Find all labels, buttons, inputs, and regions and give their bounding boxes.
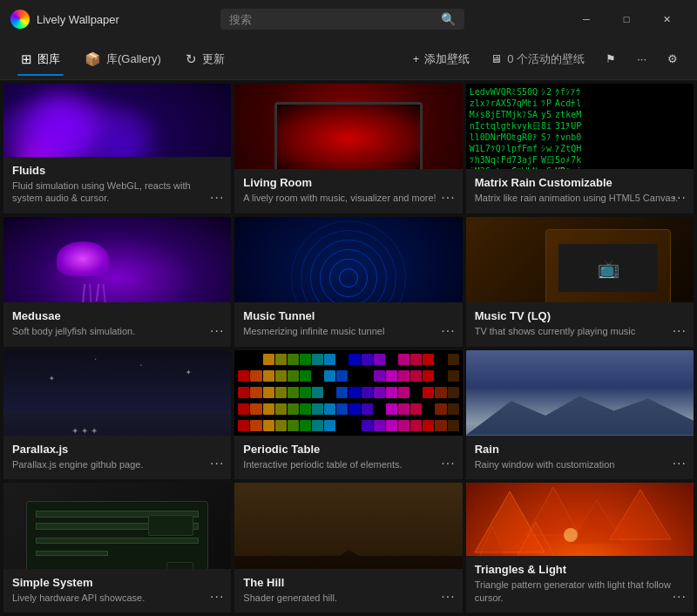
app-logo (10, 10, 30, 29)
card-info: Matrix Rain Customizable Matrix like rai… (466, 169, 694, 213)
card-desc: A lively room with music, visualizer and… (243, 192, 453, 204)
card-title: Matrix Rain Customizable (475, 176, 685, 189)
card-desc: TV that shows currently playing music (475, 325, 685, 337)
card-info: Music TV (LQ) TV that shows currently pl… (466, 302, 694, 346)
card-more-button[interactable]: ··· (441, 324, 455, 338)
card-info: Triangles & Light Triangle pattern gener… (466, 556, 694, 613)
card-info: Living Room A lively room with music, vi… (234, 169, 462, 213)
card-desc: Rainy window with customization (475, 458, 685, 470)
more-icon: ··· (637, 52, 646, 65)
card-desc: Fluid simulation using WebGL, reacts wit… (12, 179, 222, 205)
card-more-button[interactable]: ··· (673, 191, 687, 205)
card-title: Parallax.js (12, 443, 222, 456)
card-desc: Mesmerizing infinite music tunnel (243, 325, 453, 337)
card-title: Rain (475, 443, 685, 456)
card-info: Parallax.js Parallax.js engine github pa… (3, 436, 231, 479)
add-label: 添加壁纸 (424, 51, 470, 67)
library-label: 图库 (37, 51, 60, 67)
card-fluids[interactable]: Fluids Fluid simulation using WebGL, rea… (3, 84, 231, 213)
update-button[interactable]: ↻ 更新 (175, 46, 235, 72)
card-title: Simple System (12, 576, 222, 589)
gallery-label: 库(Gallery) (106, 51, 161, 67)
restore-button[interactable]: □ (606, 5, 646, 33)
window-controls: ─ □ ✕ (566, 5, 687, 33)
gallery-button[interactable]: 📦 库(Gallery) (74, 46, 172, 72)
more-button[interactable]: ··· (628, 47, 655, 71)
card-title: The Hill (243, 576, 453, 589)
app-title: Lively Wallpaper (37, 13, 119, 26)
active-count: 0 个活动的壁纸 (507, 51, 585, 67)
search-bar[interactable]: 🔍 (220, 9, 464, 30)
toolbar-right: + 添加壁纸 🖥 0 个活动的壁纸 ⚑ ··· ⚙ (404, 46, 687, 72)
flag-icon: ⚑ (606, 52, 616, 65)
card-more-button[interactable]: ··· (441, 457, 455, 470)
card-desc: Triangle pattern generator with light th… (475, 579, 685, 604)
card-medusae[interactable]: Medusae Soft body jellyfish simulation. … (3, 217, 231, 347)
add-icon: + (413, 52, 420, 65)
card-info: Music Tunnel Mesmerizing infinite music … (234, 302, 462, 346)
card-matrix[interactable]: LzMnlWﾂiV2elﾒIl1hMS9ydxsc0L333avﾌ8tD7NGﾒ… (466, 84, 694, 213)
flag-button[interactable]: ⚑ (597, 47, 625, 71)
card-more-button[interactable]: ··· (210, 324, 224, 338)
search-input[interactable] (229, 13, 436, 26)
toolbar: ⊞ 图库 📦 库(Gallery) ↻ 更新 + 添加壁纸 🖥 0 个活动的壁纸… (0, 38, 697, 80)
card-title: Medusae (12, 309, 222, 322)
card-desc: Lively hardware API showcase. (12, 592, 222, 604)
titlebar: Lively Wallpaper 🔍 ─ □ ✕ (0, 0, 697, 38)
card-desc: Matrix like rain animation using HTML5 C… (475, 192, 685, 204)
card-triangles[interactable]: Triangles & Light Triangle pattern gener… (466, 483, 694, 613)
monitor-icon: 🖥 (491, 52, 502, 65)
svg-marker-3 (610, 490, 671, 539)
titlebar-left: Lively Wallpaper (10, 10, 119, 29)
library-icon: ⊞ (21, 51, 32, 67)
card-more-button[interactable]: ··· (210, 191, 224, 205)
card-more-button[interactable]: ··· (210, 457, 224, 470)
card-periodic[interactable]: Periodic Table Interactive periodic tabl… (234, 350, 462, 480)
card-musictunnel[interactable]: Music Tunnel Mesmerizing infinite music … (234, 217, 462, 347)
active-wallpaper-button[interactable]: 🖥 0 个活动的壁纸 (482, 46, 593, 72)
card-desc: Soft body jellyfish simulation. (12, 325, 222, 337)
gallery-icon: 📦 (85, 51, 101, 67)
card-title: Triangles & Light (475, 563, 685, 576)
card-rain[interactable]: Rain Rainy window with customization ··· (466, 350, 694, 480)
card-more-button[interactable]: ··· (441, 191, 455, 205)
card-more-button[interactable]: ··· (673, 324, 687, 338)
card-title: Periodic Table (243, 443, 453, 456)
card-thehill[interactable]: The Hill Shader generated hill. ··· (234, 483, 462, 613)
card-more-button[interactable]: ··· (441, 590, 455, 604)
card-info: Simple System Lively hardware API showca… (3, 569, 231, 613)
close-button[interactable]: ✕ (646, 5, 687, 33)
card-info: Rain Rainy window with customization (466, 436, 694, 479)
card-info: Medusae Soft body jellyfish simulation. (3, 302, 231, 346)
search-icon: 🔍 (441, 12, 456, 26)
card-more-button[interactable]: ··· (673, 590, 687, 604)
card-simplesystem[interactable]: Simple System Lively hardware API showca… (3, 483, 231, 613)
card-livingroom[interactable]: Living Room A lively room with music, vi… (234, 84, 462, 213)
card-desc: Interactive periodic table of elements. (243, 458, 453, 470)
card-title: Music Tunnel (243, 309, 453, 322)
update-label: 更新 (202, 51, 225, 67)
card-more-button[interactable]: ··· (673, 457, 687, 470)
card-info: The Hill Shader generated hill. (234, 569, 462, 613)
minimize-button[interactable]: ─ (566, 5, 606, 33)
card-more-button[interactable]: ··· (210, 590, 224, 604)
settings-button[interactable]: ⚙ (659, 47, 687, 71)
card-title: Fluids (12, 164, 222, 177)
card-title: Music TV (LQ) (475, 309, 685, 322)
wallpaper-grid: Fluids Fluid simulation using WebGL, rea… (0, 80, 697, 616)
card-musictv[interactable]: 📺 Music TV (LQ) TV that shows currently … (466, 217, 694, 347)
settings-icon: ⚙ (667, 52, 678, 65)
card-desc: Parallax.js engine github page. (12, 458, 222, 470)
card-info: Periodic Table Interactive periodic tabl… (234, 436, 462, 479)
update-icon: ↻ (186, 51, 197, 67)
svg-point-6 (564, 528, 578, 542)
card-parallax[interactable]: ✦ ✦ ✦ ✦ • • ✦ Parallax.js Parallax.js en… (3, 350, 231, 480)
card-title: Living Room (243, 176, 453, 189)
card-desc: Shader generated hill. (243, 592, 453, 604)
library-button[interactable]: ⊞ 图库 (10, 46, 71, 72)
card-info: Fluids Fluid simulation using WebGL, rea… (3, 157, 231, 213)
add-wallpaper-button[interactable]: + 添加壁纸 (404, 46, 479, 72)
